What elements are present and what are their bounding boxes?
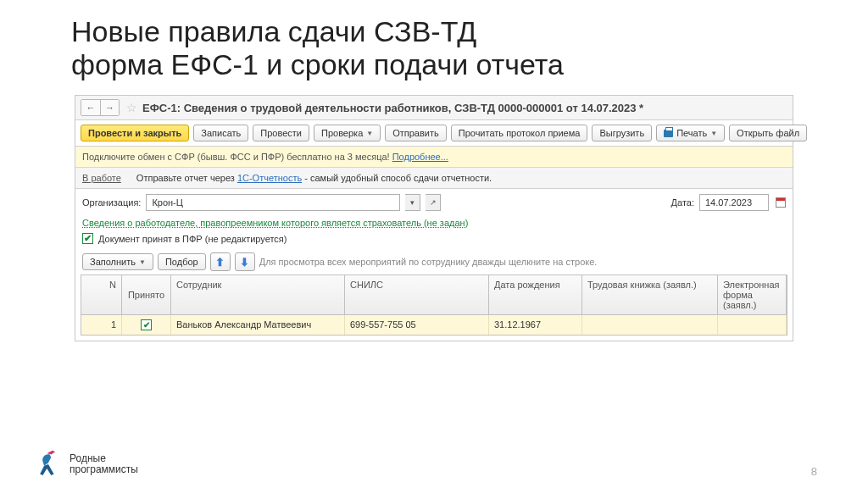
printer-icon xyxy=(664,130,673,137)
move-up-button[interactable]: ⬆ xyxy=(210,252,231,271)
slide-title: Новые правила сдачи СЗВ-ТД форма ЕФС-1 и… xyxy=(0,0,868,90)
employee-grid: N Принято Сотрудник СНИЛС Дата рождения … xyxy=(81,274,787,336)
post-and-close-button[interactable]: Провести и закрыть xyxy=(81,125,189,141)
chevron-down-icon: ▼ xyxy=(139,258,146,266)
successor-link[interactable]: Сведения о работодателе, правопреемником… xyxy=(82,218,468,228)
col-ef[interactable]: Электронная форма (заявл.) xyxy=(718,275,787,314)
grid-header: N Принято Сотрудник СНИЛС Дата рождения … xyxy=(81,275,787,315)
arrow-up-icon: ⬆ xyxy=(215,256,225,269)
org-date-row: Организация: Крон-Ц ▾ ↗ Дата: 14.07.2023 xyxy=(75,189,793,216)
org-dropdown-button[interactable]: ▾ xyxy=(405,194,420,211)
back-button[interactable]: ← xyxy=(81,100,100,115)
accepted-label: Документ принят в ПФР (не редактируется) xyxy=(98,234,287,244)
col-tk[interactable]: Трудовая книжка (заявл.) xyxy=(582,275,718,314)
move-down-button[interactable]: ⬇ xyxy=(235,252,255,271)
titlebar: ← → ☆ ЕФС-1: Сведения о трудовой деятель… xyxy=(75,96,793,120)
favorite-star-icon[interactable]: ☆ xyxy=(126,101,137,114)
grid-hint: Для просмотра всех мероприятий по сотруд… xyxy=(259,257,598,267)
info-link[interactable]: Подробнее... xyxy=(392,152,448,162)
org-open-button[interactable]: ↗ xyxy=(426,194,441,211)
accepted-checkbox[interactable]: ✔ xyxy=(82,233,93,244)
cell-n: 1 xyxy=(81,315,122,335)
status-hint: Отправьте отчет через 1С-Отчетность - са… xyxy=(136,173,492,183)
cell-snils: 699-557-755 05 xyxy=(345,315,489,335)
col-employee[interactable]: Сотрудник xyxy=(171,275,345,314)
page-number: 8 xyxy=(811,465,817,478)
date-input[interactable]: 14.07.2023 xyxy=(699,194,769,211)
col-snils[interactable]: СНИЛС xyxy=(345,275,489,314)
footer: Родные программисты xyxy=(34,449,138,480)
calendar-icon[interactable] xyxy=(776,197,786,208)
forward-button[interactable]: → xyxy=(100,100,119,115)
info-strip: Подключите обмен с СФР (бывш. ФСС и ПФР)… xyxy=(75,147,793,168)
col-n[interactable]: N xyxy=(81,275,122,314)
title-line1: Новые правила сдачи СЗВ-ТД xyxy=(71,15,868,48)
successor-row: Сведения о работодателе, правопреемником… xyxy=(75,216,793,231)
chevron-down-icon: ▼ xyxy=(710,130,717,137)
export-button[interactable]: Выгрузить xyxy=(592,125,652,141)
title-line2: форма ЕФС-1 и сроки подачи отчета xyxy=(71,48,868,81)
read-protocol-button[interactable]: Прочитать протокол приема xyxy=(451,125,588,141)
cell-employee: Ваньков Александр Матвеевич xyxy=(171,315,345,335)
org-label: Организация: xyxy=(82,197,141,208)
cell-accepted: ✔ xyxy=(122,315,171,335)
toolbar: Провести и закрыть Записать Провести Про… xyxy=(75,120,793,147)
cell-tk xyxy=(582,315,718,335)
reporting-link[interactable]: 1С-Отчетность xyxy=(237,173,302,183)
action-row: Заполнить▼ Подбор ⬆ ⬇ Для просмотра всех… xyxy=(75,249,793,274)
nav-group: ← → xyxy=(81,99,120,116)
col-accepted[interactable]: Принято xyxy=(122,275,171,314)
accepted-row: ✔ Документ принят в ПФР (не редактируетс… xyxy=(75,231,793,249)
document-title: ЕФС-1: Сведения о трудовой деятельности … xyxy=(142,102,643,114)
cell-dob: 31.12.1967 xyxy=(489,315,582,335)
app-window: ← → ☆ ЕФС-1: Сведения о трудовой деятель… xyxy=(75,95,793,341)
info-text: Подключите обмен с СФР (бывш. ФСС и ПФР)… xyxy=(82,152,392,162)
col-dob[interactable]: Дата рождения xyxy=(489,275,582,314)
check-button[interactable]: Проверка▼ xyxy=(314,125,381,141)
post-button[interactable]: Провести xyxy=(253,125,309,141)
fill-button[interactable]: Заполнить▼ xyxy=(82,253,153,270)
org-input[interactable]: Крон-Ц xyxy=(146,194,400,211)
pick-button[interactable]: Подбор xyxy=(158,253,206,270)
table-row[interactable]: 1 ✔ Ваньков Александр Матвеевич 699-557-… xyxy=(81,315,787,335)
open-file-button[interactable]: Открыть файл xyxy=(729,125,807,141)
write-button[interactable]: Записать xyxy=(193,125,248,141)
date-label: Дата: xyxy=(671,197,694,208)
logo-icon xyxy=(34,449,63,480)
footer-brand: Родные программисты xyxy=(70,453,138,475)
status-row: В работе Отправьте отчет через 1С-Отчетн… xyxy=(75,168,793,189)
check-icon: ✔ xyxy=(141,319,152,330)
arrow-down-icon: ⬇ xyxy=(240,256,249,269)
send-button[interactable]: Отправить xyxy=(385,125,447,141)
print-button[interactable]: Печать▼ xyxy=(656,125,725,141)
cell-ef xyxy=(718,315,787,335)
chevron-down-icon: ▼ xyxy=(366,130,373,137)
status-label[interactable]: В работе xyxy=(82,173,121,183)
